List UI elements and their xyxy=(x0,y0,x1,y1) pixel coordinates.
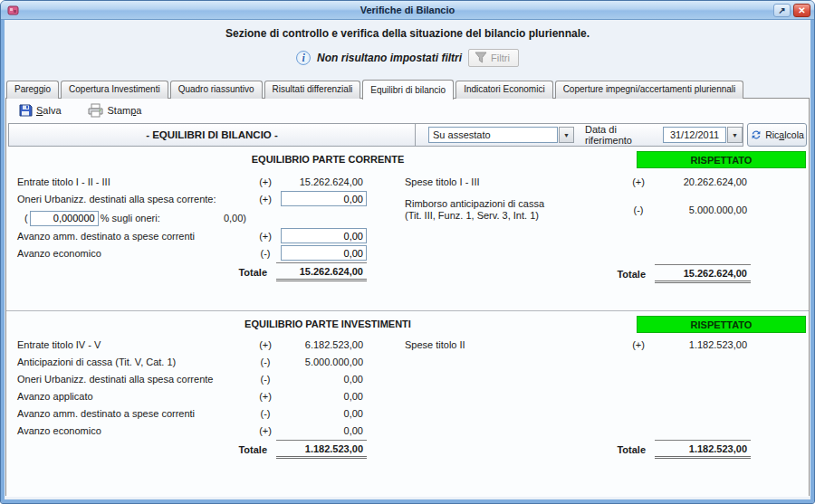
recalculate-button[interactable]: Ricalcola xyxy=(747,123,807,147)
table-row: Avanzo applicato (+) 0,00 xyxy=(17,388,367,404)
print-button[interactable]: Stampa xyxy=(82,100,147,120)
info-icon: i xyxy=(296,51,311,65)
table-row: Avanzo amm. destinato a spese correnti (… xyxy=(17,228,367,243)
row-value: 0,00 xyxy=(281,391,367,402)
date-label: Data di riferimento xyxy=(585,124,657,146)
row-sign: (-) xyxy=(250,248,281,259)
row-value: 20.262.624,00 xyxy=(657,176,751,187)
row-label: Avanzo amm. destinato a spese correnti xyxy=(17,408,250,419)
tab-pareggio[interactable]: Pareggio xyxy=(6,81,59,99)
total-value: 15.262.624,00 xyxy=(276,262,367,281)
avanzo-amm-input[interactable] xyxy=(281,228,367,243)
tab-quadro-riassuntivo[interactable]: Quadro riassuntivo xyxy=(170,81,263,99)
row-value: 5.000.000,00 xyxy=(657,204,751,215)
row-label: Avanzo amm. destinato a spese correnti xyxy=(17,231,250,242)
total-label: Totale xyxy=(617,269,646,280)
row-label: Oneri Urbanizz. destinati alla spesa cor… xyxy=(17,374,250,385)
investimenti-entrate-column: Entrate titolo IV - V (+) 6.182.523,00 A… xyxy=(17,337,367,459)
row-value: 5.000.000,00 xyxy=(281,357,367,367)
equilibri-content: EQUILIBRIO PARTE CORRENTE RISPETTATO Ent… xyxy=(6,147,809,497)
row-value: 0,00 xyxy=(281,425,367,436)
tab-panel: Salva Stampa - EQUILIBRI DI BILANCIO - xyxy=(5,98,810,496)
filters-button-label: Filtri xyxy=(491,52,510,63)
section-title-panel: - EQUILIBRI DI BILANCIO - xyxy=(8,123,416,147)
close-window-button[interactable]: ✕ xyxy=(793,4,810,17)
row-value: 6.182.523,00 xyxy=(281,339,367,350)
row-sign: (-) xyxy=(250,357,281,367)
printer-icon xyxy=(87,103,104,118)
tab-equilibri-di-bilancio[interactable]: Equilibri di bilancio xyxy=(362,80,454,100)
table-row: Entrate titolo I - II - III (+) 15.262.6… xyxy=(17,174,367,189)
table-row: Spese titolo I - III (+) 20.262.624,00 xyxy=(405,174,751,189)
date-chevron-down-icon[interactable]: ▼ xyxy=(727,127,743,143)
row-label: Avanzo economico xyxy=(17,425,250,436)
row-value: 1.182.523,00 xyxy=(657,339,751,350)
tab-risultati-differenziali[interactable]: Risultati differenziali xyxy=(264,81,361,99)
row-label: Entrate titolo I - II - III xyxy=(17,176,250,187)
row-value: 15.262.624,00 xyxy=(281,176,367,187)
filter-status-text: Non risultano impostati filtri xyxy=(317,52,462,64)
date-picker[interactable]: 31/12/2011 ▼ xyxy=(663,127,743,143)
table-row: Entrate titolo IV - V (+) 6.182.523,00 xyxy=(17,337,367,352)
chevron-down-icon[interactable]: ▼ xyxy=(559,127,574,143)
total-value: 15.262.624,00 xyxy=(655,264,751,283)
filters-button[interactable]: Filtri xyxy=(468,49,519,67)
mode-select-value[interactable]: Su assestato xyxy=(428,127,558,143)
section-parte-investimenti: EQUILIBRIO PARTE INVESTIMENTI RISPETTATO… xyxy=(6,311,809,497)
restore-window-button[interactable]: ↗ xyxy=(773,4,791,17)
date-value[interactable]: 31/12/2011 xyxy=(663,127,726,143)
tab-coperture-impegni[interactable]: Coperture impegni/accertamenti plurienna… xyxy=(555,81,744,99)
app-window: Verifiche di Bilancio ↗ ✕ Sezione di con… xyxy=(0,0,815,504)
row-label: Avanzo economico xyxy=(17,248,250,259)
refresh-icon xyxy=(750,128,762,141)
row-sign: (+) xyxy=(250,339,281,350)
print-button-label: Stampa xyxy=(108,105,142,116)
save-button[interactable]: Salva xyxy=(14,100,66,120)
investimenti-entrate-total: Totale 1.182.523,00 xyxy=(17,440,367,459)
total-label: Totale xyxy=(238,267,267,278)
table-row: Avanzo amm. destinato a spese correnti (… xyxy=(17,405,367,421)
row-label: Oneri Urbanizz. destinati alla spesa cor… xyxy=(17,194,250,204)
window-title: Verifiche di Bilancio xyxy=(1,5,814,15)
row-sign: (-) xyxy=(620,204,657,215)
table-row: Spese titolo II (+) 1.182.523,00 xyxy=(405,337,751,352)
title-bar: Verifiche di Bilancio ↗ ✕ xyxy=(1,1,814,20)
total-value: 1.182.523,00 xyxy=(655,440,751,459)
investimenti-spese-column: Spese titolo II (+) 1.182.523,00 Totale … xyxy=(405,337,751,459)
oneri-percent-row: ( % sugli oneri: 0,00) xyxy=(24,210,246,226)
tab-indicatori-economici[interactable]: Indicatori Economici xyxy=(455,81,552,99)
row-sign: (+) xyxy=(620,176,657,187)
row-sign: (+) xyxy=(250,231,281,242)
parte-investimenti-status-badge: RISPETTATO xyxy=(637,316,806,333)
parte-corrente-title: EQUILIBRIO PARTE CORRENTE xyxy=(6,154,649,165)
parte-investimenti-title: EQUILIBRIO PARTE INVESTIMENTI xyxy=(6,319,649,329)
row-sign: (+) xyxy=(250,176,281,187)
oneri-urbanizz-input[interactable] xyxy=(281,191,367,206)
section-parte-corrente: EQUILIBRIO PARTE CORRENTE RISPETTATO Ent… xyxy=(6,147,809,311)
section-header-row: - EQUILIBRI DI BILANCIO - Su assestato ▼… xyxy=(8,123,807,147)
controls-panel: Su assestato ▼ Data di riferimento 31/12… xyxy=(415,123,743,147)
recalculate-button-label: Ricalcola xyxy=(765,129,804,140)
paren-open: ( xyxy=(24,213,28,223)
table-row: Rimborso anticipazioni di cassa(Tit. III… xyxy=(405,196,751,223)
floppy-icon xyxy=(18,103,33,118)
row-value: 0,00 xyxy=(281,374,367,385)
row-label: Spese titolo II xyxy=(405,339,620,350)
table-row: Oneri Urbanizz. destinati alla spesa cor… xyxy=(17,371,367,386)
table-row: Oneri Urbanizz. destinati alla spesa cor… xyxy=(17,191,367,206)
tab-copertura-investimenti[interactable]: Copertura Investimenti xyxy=(61,81,168,99)
row-value: 0,00 xyxy=(281,408,367,419)
oneri-percent-input[interactable] xyxy=(30,211,99,226)
row-sign: (+) xyxy=(620,339,657,350)
corrente-spese-total: Totale 15.262.624,00 xyxy=(405,264,751,283)
corrente-entrate-column: Entrate titolo I - II - III (+) 15.262.6… xyxy=(17,174,367,281)
row-label: Entrate titolo IV - V xyxy=(17,339,250,350)
mode-select[interactable]: Su assestato ▼ xyxy=(428,127,574,143)
page-subtitle: Sezione di controllo e verifica della si… xyxy=(1,27,814,40)
percent-value: 0,00) xyxy=(224,213,246,223)
filter-status-row: i Non risultano impostati filtri Filtri xyxy=(1,49,814,67)
avanzo-economico-input[interactable] xyxy=(281,245,367,261)
tab-strip: Pareggio Copertura Investimenti Quadro r… xyxy=(6,79,745,99)
row-label: Spese titolo I - III xyxy=(405,176,620,187)
parte-corrente-status-badge: RISPETTATO xyxy=(637,151,806,168)
